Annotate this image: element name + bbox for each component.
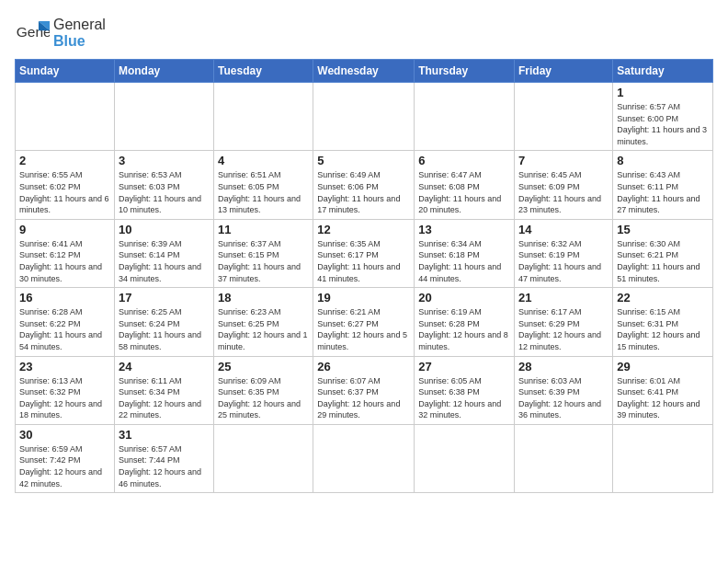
calendar-cell: 25Sunrise: 6:09 AM Sunset: 6:35 PM Dayli… xyxy=(214,356,313,424)
calendar-cell: 4Sunrise: 6:51 AM Sunset: 6:05 PM Daylig… xyxy=(214,151,313,219)
calendar-cell: 10Sunrise: 6:39 AM Sunset: 6:14 PM Dayli… xyxy=(114,219,213,287)
calendar-cell: 24Sunrise: 6:11 AM Sunset: 6:34 PM Dayli… xyxy=(114,356,213,424)
weekday-header-thursday: Thursday xyxy=(415,60,515,83)
day-info: Sunrise: 6:43 AM Sunset: 6:11 PM Dayligh… xyxy=(617,169,709,215)
day-number: 2 xyxy=(19,154,110,167)
day-info: Sunrise: 6:07 AM Sunset: 6:37 PM Dayligh… xyxy=(317,375,410,421)
calendar-cell: 12Sunrise: 6:35 AM Sunset: 6:17 PM Dayli… xyxy=(313,219,415,287)
day-info: Sunrise: 6:19 AM Sunset: 6:28 PM Dayligh… xyxy=(418,306,510,352)
day-number: 11 xyxy=(218,223,309,236)
day-number: 13 xyxy=(418,223,510,236)
day-number: 28 xyxy=(518,360,609,373)
day-info: Sunrise: 6:05 AM Sunset: 6:38 PM Dayligh… xyxy=(418,375,510,421)
calendar-cell xyxy=(515,83,613,151)
calendar-cell xyxy=(415,424,515,492)
day-number: 6 xyxy=(418,154,510,167)
day-info: Sunrise: 6:30 AM Sunset: 6:21 PM Dayligh… xyxy=(617,238,709,284)
day-info: Sunrise: 6:37 AM Sunset: 6:15 PM Dayligh… xyxy=(218,238,309,284)
day-info: Sunrise: 6:45 AM Sunset: 6:09 PM Dayligh… xyxy=(518,169,609,215)
calendar-cell: 22Sunrise: 6:15 AM Sunset: 6:31 PM Dayli… xyxy=(613,288,713,356)
day-info: Sunrise: 6:53 AM Sunset: 6:03 PM Dayligh… xyxy=(119,169,210,215)
day-number: 12 xyxy=(317,223,410,236)
calendar-cell: 7Sunrise: 6:45 AM Sunset: 6:09 PM Daylig… xyxy=(515,151,613,219)
logo-general-text: General xyxy=(53,17,106,33)
day-number: 17 xyxy=(119,291,210,304)
day-number: 30 xyxy=(19,428,110,442)
calendar-cell xyxy=(114,83,213,151)
day-number: 9 xyxy=(19,223,110,236)
day-info: Sunrise: 6:28 AM Sunset: 6:22 PM Dayligh… xyxy=(19,306,110,352)
weekday-header-friday: Friday xyxy=(515,60,613,83)
calendar-cell xyxy=(313,83,415,151)
day-info: Sunrise: 6:57 AM Sunset: 7:44 PM Dayligh… xyxy=(119,443,210,489)
weekday-header-monday: Monday xyxy=(114,60,213,83)
day-number: 26 xyxy=(317,360,410,373)
calendar-week-4: 23Sunrise: 6:13 AM Sunset: 6:32 PM Dayli… xyxy=(16,356,713,424)
calendar-week-0: 1Sunrise: 6:57 AM Sunset: 6:00 PM Daylig… xyxy=(16,83,713,151)
calendar-cell xyxy=(613,424,713,492)
calendar-cell: 1Sunrise: 6:57 AM Sunset: 6:00 PM Daylig… xyxy=(613,83,713,151)
calendar-cell: 26Sunrise: 6:07 AM Sunset: 6:37 PM Dayli… xyxy=(313,356,415,424)
day-info: Sunrise: 6:55 AM Sunset: 6:02 PM Dayligh… xyxy=(19,169,110,215)
day-number: 5 xyxy=(317,154,410,167)
day-info: Sunrise: 6:49 AM Sunset: 6:06 PM Dayligh… xyxy=(317,169,410,215)
logo-blue-text: Blue xyxy=(53,33,106,50)
calendar-cell: 11Sunrise: 6:37 AM Sunset: 6:15 PM Dayli… xyxy=(214,219,313,287)
calendar-header-row: SundayMondayTuesdayWednesdayThursdayFrid… xyxy=(16,60,713,83)
day-number: 31 xyxy=(119,428,210,442)
calendar-cell: 5Sunrise: 6:49 AM Sunset: 6:06 PM Daylig… xyxy=(313,151,415,219)
day-number: 16 xyxy=(19,291,110,304)
day-info: Sunrise: 6:01 AM Sunset: 6:41 PM Dayligh… xyxy=(617,375,709,421)
weekday-header-tuesday: Tuesday xyxy=(214,60,313,83)
day-info: Sunrise: 6:09 AM Sunset: 6:35 PM Dayligh… xyxy=(218,375,309,421)
day-info: Sunrise: 6:39 AM Sunset: 6:14 PM Dayligh… xyxy=(119,238,210,284)
day-info: Sunrise: 6:41 AM Sunset: 6:12 PM Dayligh… xyxy=(19,238,110,284)
calendar-cell: 31Sunrise: 6:57 AM Sunset: 7:44 PM Dayli… xyxy=(114,424,213,492)
day-info: Sunrise: 6:23 AM Sunset: 6:25 PM Dayligh… xyxy=(218,306,309,352)
calendar-week-1: 2Sunrise: 6:55 AM Sunset: 6:02 PM Daylig… xyxy=(16,151,713,219)
day-info: Sunrise: 6:17 AM Sunset: 6:29 PM Dayligh… xyxy=(518,306,609,352)
calendar-cell: 16Sunrise: 6:28 AM Sunset: 6:22 PM Dayli… xyxy=(16,288,115,356)
calendar-cell: 29Sunrise: 6:01 AM Sunset: 6:41 PM Dayli… xyxy=(613,356,713,424)
day-number: 25 xyxy=(218,360,309,373)
day-info: Sunrise: 6:11 AM Sunset: 6:34 PM Dayligh… xyxy=(119,375,210,421)
day-number: 24 xyxy=(119,360,210,373)
calendar-cell: 6Sunrise: 6:47 AM Sunset: 6:08 PM Daylig… xyxy=(415,151,515,219)
day-number: 23 xyxy=(19,360,110,373)
day-number: 3 xyxy=(119,154,210,167)
calendar-week-5: 30Sunrise: 6:59 AM Sunset: 7:42 PM Dayli… xyxy=(16,424,713,492)
day-info: Sunrise: 6:57 AM Sunset: 6:00 PM Dayligh… xyxy=(617,101,709,147)
day-number: 15 xyxy=(617,223,709,236)
day-number: 18 xyxy=(218,291,309,304)
calendar-cell xyxy=(16,83,115,151)
day-info: Sunrise: 6:03 AM Sunset: 6:39 PM Dayligh… xyxy=(518,375,609,421)
day-info: Sunrise: 6:51 AM Sunset: 6:05 PM Dayligh… xyxy=(218,169,309,215)
day-number: 10 xyxy=(119,223,210,236)
calendar-cell: 30Sunrise: 6:59 AM Sunset: 7:42 PM Dayli… xyxy=(16,424,115,492)
calendar-week-3: 16Sunrise: 6:28 AM Sunset: 6:22 PM Dayli… xyxy=(16,288,713,356)
logo-icon: General xyxy=(15,15,50,50)
logo: General General Blue xyxy=(15,15,106,50)
calendar-cell: 17Sunrise: 6:25 AM Sunset: 6:24 PM Dayli… xyxy=(114,288,213,356)
day-info: Sunrise: 6:59 AM Sunset: 7:42 PM Dayligh… xyxy=(19,443,110,489)
day-info: Sunrise: 6:13 AM Sunset: 6:32 PM Dayligh… xyxy=(19,375,110,421)
day-number: 20 xyxy=(418,291,510,304)
calendar-cell: 28Sunrise: 6:03 AM Sunset: 6:39 PM Dayli… xyxy=(515,356,613,424)
day-info: Sunrise: 6:32 AM Sunset: 6:19 PM Dayligh… xyxy=(518,238,609,284)
calendar-cell: 15Sunrise: 6:30 AM Sunset: 6:21 PM Dayli… xyxy=(613,219,713,287)
calendar-cell xyxy=(214,83,313,151)
calendar-cell: 8Sunrise: 6:43 AM Sunset: 6:11 PM Daylig… xyxy=(613,151,713,219)
calendar-cell: 20Sunrise: 6:19 AM Sunset: 6:28 PM Dayli… xyxy=(415,288,515,356)
day-number: 19 xyxy=(317,291,410,304)
day-number: 4 xyxy=(218,154,309,167)
day-number: 27 xyxy=(418,360,510,373)
calendar-cell: 18Sunrise: 6:23 AM Sunset: 6:25 PM Dayli… xyxy=(214,288,313,356)
day-number: 29 xyxy=(617,360,709,373)
day-info: Sunrise: 6:25 AM Sunset: 6:24 PM Dayligh… xyxy=(119,306,210,352)
day-info: Sunrise: 6:34 AM Sunset: 6:18 PM Dayligh… xyxy=(418,238,510,284)
weekday-header-wednesday: Wednesday xyxy=(313,60,415,83)
day-info: Sunrise: 6:21 AM Sunset: 6:27 PM Dayligh… xyxy=(317,306,410,352)
calendar-cell: 13Sunrise: 6:34 AM Sunset: 6:18 PM Dayli… xyxy=(415,219,515,287)
day-number: 14 xyxy=(518,223,609,236)
calendar-cell: 27Sunrise: 6:05 AM Sunset: 6:38 PM Dayli… xyxy=(415,356,515,424)
